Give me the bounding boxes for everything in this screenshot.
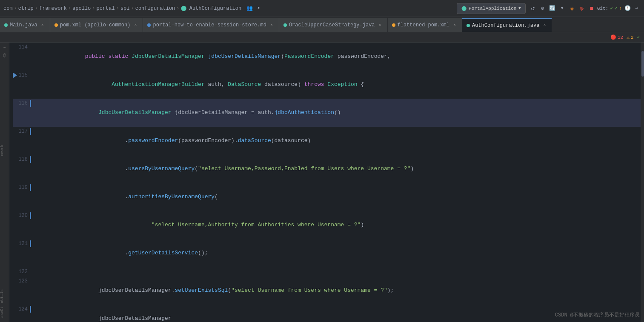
close-pom-xml[interactable]: × [132, 22, 138, 28]
line-code-117[interactable]: .passwordEncoder(passwordEncoder).dataSo… [32, 127, 641, 155]
line-num-122: 122 [13, 267, 32, 276]
sidebar-at-icon[interactable]: @ [1, 52, 8, 59]
dropdown-icon[interactable]: ▼ [558, 5, 566, 12]
line-num-124: 124 [13, 305, 32, 322]
tab-oracle-strategy[interactable]: OracleUpperCaseStrategy.java × [279, 18, 388, 32]
sidebar-label-base: aseRt [0, 306, 5, 318]
line-code-121[interactable]: .getUserDetailsService(); [32, 239, 641, 267]
close-oracle-strategy[interactable]: × [377, 22, 383, 28]
sep5: › [116, 6, 119, 11]
git-push-icon[interactable]: ↑ [619, 6, 622, 11]
color2-icon[interactable]: ❊ [578, 5, 586, 12]
ok-icon: ✓ [637, 34, 640, 40]
tab-dot-main [4, 23, 8, 27]
arrow-icon[interactable]: ➤ [255, 5, 263, 12]
user-group-icon[interactable]: 👥 [246, 5, 253, 12]
tab-label-oracle: OracleUpperCaseStrategy.java [289, 22, 375, 28]
tab-auth-config[interactable]: AuthConfiguration.java × [462, 18, 552, 32]
color1-icon[interactable]: ❋ [568, 5, 576, 12]
tab-flattened-pom[interactable]: flattened-pom.xml × [388, 18, 462, 32]
sidebar-label-utils: nUtils [0, 289, 5, 303]
editor-area: − @ ework nUtils aseRt 114 public static… [0, 43, 644, 322]
breadcrumb[interactable]: com › ctrip › framework › apollo › porta… [3, 5, 241, 11]
close-auth-config[interactable]: × [541, 23, 547, 28]
tab-label-auth: AuthConfiguration.java [472, 23, 539, 28]
indent-mark-117 [30, 128, 31, 135]
tab-dot-session [147, 23, 151, 27]
refresh-icon[interactable]: ↺ [529, 5, 537, 12]
code-line-124: 124 jdbcUserDetailsManager [13, 305, 641, 322]
tab-label-flattened: flattened-pom.xml [398, 22, 449, 28]
line-num-121: 121 [13, 239, 32, 267]
code-line-117: 117 .passwordEncoder(passwordEncoder).da… [13, 127, 641, 155]
git-undo-icon[interactable]: ↩ [633, 5, 641, 12]
line-code-124[interactable]: jdbcUserDetailsManager [32, 305, 641, 322]
line-code-123[interactable]: jdbcUserDetailsManager.setUserExistsSql(… [32, 276, 641, 305]
indent-mark-118 [30, 156, 31, 163]
line-code-118[interactable]: .usersByUsernameQuery("select Username,P… [32, 155, 641, 183]
error-count: 🔴 12 [610, 34, 623, 40]
sep6: › [131, 6, 134, 11]
tab-main-java[interactable]: Main.java × [0, 18, 50, 32]
error-icon: 🔴 [610, 34, 616, 40]
tab-dot-auth [467, 24, 470, 27]
breadcrumb-framework[interactable]: framework [39, 6, 67, 11]
plugin-icon[interactable]: ⚙ [539, 5, 547, 12]
sep2: › [35, 6, 38, 11]
line-code-122[interactable] [32, 267, 641, 276]
code-line-122: 122 [13, 267, 641, 276]
git-label: Git: [597, 6, 608, 11]
indent-mark-121 [30, 240, 31, 247]
tab-dot-flattened [392, 23, 395, 27]
sep7: › [176, 6, 179, 11]
line-code-120[interactable]: "select Username,Authority from Authorit… [32, 211, 641, 239]
code-line-116: 116 JdbcUserDetailsManager jdbcUserDetai… [13, 99, 641, 127]
breadcrumb-ctrip[interactable]: ctrip [18, 6, 34, 11]
sidebar-minus-icon[interactable]: − [1, 44, 8, 51]
scrollbar[interactable] [641, 43, 644, 322]
indent-mark-119 [30, 184, 31, 191]
breadcrumb-active[interactable]: ⬤ AuthConfiguration [181, 5, 242, 11]
scroll-thumb[interactable] [641, 51, 644, 77]
portal-application-button[interactable]: ⬤ PortalApplication ▼ [457, 3, 526, 14]
close-flattened-pom[interactable]: × [452, 22, 458, 28]
tab-label-session: portal-how-to-enable-session-store.md [153, 22, 266, 28]
code-line-114: 114 public static JdbcUserDetailsManager… [13, 43, 641, 71]
tab-label-main: Main.java [10, 22, 37, 28]
tab-dot-pom [54, 23, 58, 27]
line-code-116[interactable]: JdbcUserDetailsManager jdbcUserDetailsMa… [32, 99, 641, 127]
close-session-store[interactable]: × [269, 22, 275, 28]
tab-dot-oracle [283, 23, 287, 27]
breadcrumb-com[interactable]: com [3, 6, 13, 11]
tabs-bar: Main.java × pom.xml (apollo-common) × po… [0, 17, 644, 32]
breadcrumb-apollo[interactable]: apollo [72, 6, 91, 11]
indent-mark-124 [30, 306, 31, 313]
tab-pom-xml[interactable]: pom.xml (apollo-common) × [50, 18, 143, 32]
tab-label-pom: pom.xml (apollo-common) [60, 22, 131, 28]
code-line-115: 115 AuthenticationManagerBuilder auth, D… [13, 71, 641, 99]
sep1: › [14, 6, 17, 11]
line-code-114[interactable]: public static JdbcUserDetailsManager jdb… [32, 43, 641, 71]
line-num-120: 120 [13, 211, 32, 239]
line-code-115[interactable]: AuthenticationManagerBuilder auth, DataS… [32, 71, 641, 99]
reload-icon[interactable]: 🔄 [549, 5, 556, 12]
line-num-114: 114 [13, 43, 32, 52]
tab-session-store[interactable]: portal-how-to-enable-session-store.md × [143, 18, 279, 32]
code-line-118: 118 .usersByUsernameQuery("select Userna… [13, 155, 641, 183]
line-code-119[interactable]: .authoritiesByUsernameQuery( [32, 183, 641, 211]
portal-app-dropdown-icon[interactable]: ▼ [518, 6, 521, 11]
warn-icon: ⚠ [627, 34, 630, 40]
line-num-115: 115 [13, 71, 32, 99]
breadcrumb-spi[interactable]: spi [120, 6, 130, 11]
code-editor[interactable]: 114 public static JdbcUserDetailsManager… [9, 43, 641, 322]
breadcrumb-configuration[interactable]: configuration [135, 6, 175, 11]
close-main-java[interactable]: × [40, 22, 46, 28]
code-content: 114 public static JdbcUserDetailsManager… [9, 43, 641, 322]
breadcrumb-portal[interactable]: portal [96, 6, 114, 11]
git-check2-icon: ✓ [615, 6, 618, 11]
warning-count: ⚠ 2 [627, 34, 633, 40]
stop-icon[interactable]: ■ [588, 5, 595, 12]
git-clock-icon[interactable]: 🕐 [624, 5, 631, 12]
bookmark-115 [13, 72, 17, 78]
code-line-123: 123 jdbcUserDetailsManager.setUserExists… [13, 276, 641, 305]
